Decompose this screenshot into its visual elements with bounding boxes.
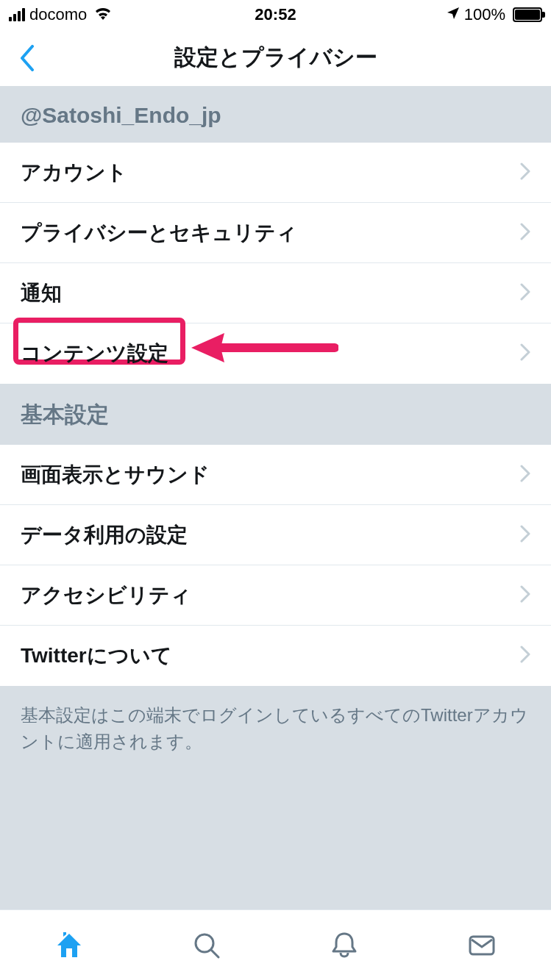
chevron-right-icon <box>520 283 530 304</box>
settings-list-basic: 画面表示とサウンド データ利用の設定 アクセシビリティ Twitterについて <box>0 445 551 686</box>
row-accessibility[interactable]: アクセシビリティ <box>0 565 551 626</box>
row-label: データ利用の設定 <box>21 521 188 549</box>
chevron-right-icon <box>520 645 530 666</box>
row-data-usage[interactable]: データ利用の設定 <box>0 505 551 565</box>
back-button[interactable] <box>9 29 46 86</box>
svg-rect-1 <box>470 937 494 954</box>
section-title-basic: 基本設定 <box>0 384 551 445</box>
row-label: アカウント <box>21 159 127 187</box>
row-content-settings[interactable]: コンテンツ設定 <box>0 323 551 384</box>
wifi-icon <box>94 5 112 24</box>
battery-pct-label: 100% <box>464 5 505 24</box>
location-icon <box>447 5 460 24</box>
carrier-label: docomo <box>29 5 87 24</box>
chevron-right-icon <box>520 525 530 546</box>
signal-icon <box>9 8 25 21</box>
chevron-right-icon <box>520 162 530 183</box>
tab-messages[interactable] <box>413 910 551 980</box>
row-label: コンテンツ設定 <box>21 340 168 368</box>
battery-icon <box>513 7 542 22</box>
status-bar: docomo 20:52 100% <box>0 0 551 29</box>
page-title: 設定とプライバシー <box>174 43 377 73</box>
row-label: Twitterについて <box>21 642 172 670</box>
chevron-left-icon <box>19 45 35 71</box>
account-handle-header: @Satoshi_Endo_jp <box>0 87 551 143</box>
chevron-right-icon <box>520 223 530 243</box>
row-privacy[interactable]: プライバシーとセキュリティ <box>0 203 551 263</box>
section-footer-text: 基本設定はこの端末でログインしているすべてのTwitterアカウントに適用されま… <box>0 686 551 777</box>
row-label: プライバシーとセキュリティ <box>21 219 297 247</box>
chevron-right-icon <box>520 465 530 485</box>
search-icon <box>191 929 223 962</box>
nav-bar: 設定とプライバシー <box>0 29 551 87</box>
chevron-right-icon <box>520 343 530 364</box>
tab-home[interactable] <box>0 910 138 980</box>
row-account[interactable]: アカウント <box>0 143 551 203</box>
chevron-right-icon <box>520 585 530 606</box>
content-spacer <box>0 777 551 909</box>
mail-icon <box>466 929 498 962</box>
row-label: アクセシビリティ <box>21 582 191 609</box>
row-label: 画面表示とサウンド <box>21 461 210 489</box>
settings-list-account: アカウント プライバシーとセキュリティ 通知 コンテンツ設定 <box>0 143 551 384</box>
row-about-twitter[interactable]: Twitterについて <box>0 626 551 686</box>
tab-bar <box>0 909 551 980</box>
tab-notifications[interactable] <box>276 910 413 980</box>
row-notifications[interactable]: 通知 <box>0 263 551 323</box>
bell-icon <box>328 929 360 962</box>
tab-search[interactable] <box>138 910 275 980</box>
home-icon <box>53 929 85 962</box>
status-left: docomo <box>9 5 112 24</box>
row-display-sound[interactable]: 画面表示とサウンド <box>0 445 551 505</box>
annotation-arrow <box>191 329 338 366</box>
screen: docomo 20:52 100% 設定とプライバシー @Satoshi_End… <box>0 0 551 980</box>
status-right: 100% <box>447 5 542 24</box>
row-label: 通知 <box>21 279 62 307</box>
